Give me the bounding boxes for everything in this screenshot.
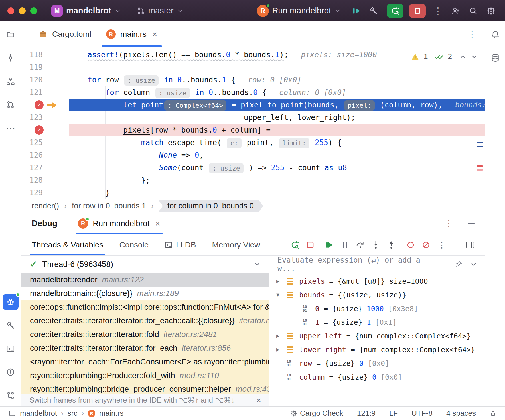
variable-row-lower_right[interactable]: ▸lower_right = {num_complex::Complex<f64…: [269, 343, 485, 356]
debug-session-tab[interactable]: R Run mandelbrot ×: [76, 212, 163, 234]
stop-icon[interactable]: [304, 239, 317, 251]
build-hammer-icon[interactable]: [367, 4, 380, 17]
variable-row-upper_left[interactable]: ▸upper_left = {num_complex::Complex<f64>…: [269, 329, 485, 343]
variable-row-1[interactable]: 10 011 = {usize} 1 [0x1]: [269, 315, 485, 329]
close-tab-icon[interactable]: ×: [152, 29, 157, 39]
editor-gutter[interactable]: 125: [21, 136, 69, 149]
commit-icon[interactable]: [3, 50, 19, 66]
notifications-bell-icon[interactable]: [487, 27, 503, 42]
terminal-tool-window-icon[interactable]: [3, 341, 19, 357]
tab-options-kebab-icon[interactable]: ⋮: [468, 30, 476, 38]
more-options-kebab-icon[interactable]: ⋮: [433, 6, 443, 16]
debug-options-kebab-icon[interactable]: ⋮: [445, 219, 453, 228]
tab-lldb[interactable]: LLDB: [165, 234, 196, 255]
build-tool-window-icon[interactable]: [3, 317, 19, 333]
problems-tool-window-icon[interactable]: [3, 364, 19, 380]
breakpoint-icon[interactable]: ✓: [35, 100, 44, 109]
stack-frame[interactable]: <rayon::iter::for_each::ForEachConsumer<…: [21, 355, 269, 369]
minimize-window-button[interactable]: [19, 7, 26, 14]
code-line-text[interactable]: match escape_time( c: point, limit: 255)…: [69, 136, 485, 149]
search-icon[interactable]: [467, 4, 480, 17]
stack-frame[interactable]: mandelbrot::rendermain.rs:122: [21, 273, 269, 287]
chevron-down-icon[interactable]: [470, 261, 477, 268]
code-line-text[interactable]: [69, 61, 485, 74]
tree-chevron-icon[interactable]: ▸: [276, 332, 287, 340]
caret-position[interactable]: 121:9: [357, 409, 376, 418]
tab-console[interactable]: Console: [119, 234, 149, 255]
run-config-selector[interactable]: R Run mandelbrot: [254, 3, 344, 19]
stack-frame[interactable]: core::iter::traits::iterator::Iterator::…: [21, 328, 269, 341]
code-editor[interactable]: 118assert!(pixels.len() == bounds.0 * bo…: [21, 47, 485, 200]
code-line-text[interactable]: for column : usize in 0..bounds.0 {colum…: [69, 86, 485, 99]
tab-memory-view[interactable]: Memory View: [212, 234, 260, 255]
tab-cargo-toml[interactable]: Cargo.toml: [31, 21, 99, 47]
mute-breakpoints-icon[interactable]: [420, 239, 432, 251]
view-breakpoints-icon[interactable]: [404, 239, 417, 251]
editor-gutter[interactable]: ✓: [21, 124, 69, 136]
variable-row-row[interactable]: 10 01row = {usize} 0 [0x0]: [269, 356, 485, 370]
add-watch-pin-icon[interactable]: [454, 260, 462, 268]
project-widget[interactable]: M mandelbrot: [48, 3, 124, 19]
database-icon[interactable]: [487, 50, 503, 66]
stack-frame[interactable]: core::iter::traits::iterator::Iterator::…: [21, 341, 269, 355]
inspections-widget[interactable]: 1 2: [411, 52, 478, 61]
editor-gutter[interactable]: ✓: [21, 99, 69, 111]
code-line-text[interactable]: let point: Complex<f64> = pixel_to_point…: [69, 99, 485, 111]
tree-chevron-icon[interactable]: ▸: [276, 277, 287, 285]
editor-gutter[interactable]: 126: [21, 149, 69, 161]
editor-gutter[interactable]: 119: [21, 61, 69, 74]
breakpoint-icon[interactable]: ✓: [35, 125, 44, 135]
code-line-text[interactable]: for row : usize in 0..bounds.1 {row: 0 […: [69, 74, 485, 86]
stack-frame[interactable]: core::iter::traits::iterator::Iterator::…: [21, 314, 269, 328]
code-line-text[interactable]: Some(count : usize ) => 255 - count as u…: [69, 161, 485, 174]
zoom-window-button[interactable]: [30, 7, 37, 14]
breadcrumb-file[interactable]: main.rs: [99, 409, 123, 418]
stack-frame[interactable]: rayon::iter::plumbing::Producer::fold_wi…: [21, 369, 269, 382]
pull-requests-icon[interactable]: [3, 97, 19, 113]
step-over-icon[interactable]: [354, 239, 367, 251]
settings-gear-icon[interactable]: [484, 4, 498, 17]
close-window-button[interactable]: [7, 7, 14, 14]
structure-icon[interactable]: [3, 73, 19, 89]
step-out-icon[interactable]: [385, 239, 397, 251]
code-with-me-icon[interactable]: [449, 4, 462, 17]
breadcrumb-item-current[interactable]: for column in 0..bounds.0: [159, 200, 263, 212]
editor-gutter[interactable]: 123: [21, 111, 69, 124]
hide-panel-icon[interactable]: [468, 223, 475, 224]
step-into-icon[interactable]: [370, 239, 382, 251]
stop-button[interactable]: [409, 4, 426, 18]
layout-settings-icon[interactable]: [464, 239, 476, 251]
evaluate-expression-bar[interactable]: Evaluate expression (↵) or add a w...: [269, 256, 485, 273]
debug-tool-window-icon[interactable]: [3, 294, 19, 310]
project-view-folder-icon[interactable]: [3, 27, 19, 42]
editor-gutter[interactable]: 121: [21, 86, 69, 99]
stack-frame[interactable]: mandelbrot::main::{{closure}}main.rs:189: [21, 287, 269, 300]
code-line-text[interactable]: pixels[row * bounds.0 + column] =: [69, 124, 485, 136]
code-line-text[interactable]: };: [69, 174, 485, 186]
code-line-text[interactable]: None => 0,: [69, 149, 485, 161]
branch-widget[interactable]: master: [134, 4, 186, 18]
version-control-icon[interactable]: [3, 387, 19, 403]
chevron-down-icon[interactable]: [471, 53, 478, 60]
editor-gutter[interactable]: 128: [21, 174, 69, 186]
cargo-check-widget[interactable]: Cargo Check: [290, 409, 343, 418]
thread-selector[interactable]: ✓ Thread-6 (5963458): [21, 256, 269, 273]
breadcrumb-item[interactable]: for row in 0..bounds.1: [72, 202, 146, 210]
code-line-text[interactable]: upper_left, lower_right);: [69, 111, 485, 124]
tree-chevron-icon[interactable]: ▾: [276, 291, 287, 299]
pause-icon[interactable]: [339, 239, 351, 251]
rerun-debug-button[interactable]: [387, 4, 403, 18]
stack-frame[interactable]: core::ops::function::impls::<impl core::…: [21, 300, 269, 314]
variable-row-column[interactable]: 10 01column = {usize} 0 [0x0]: [269, 370, 485, 384]
breadcrumb-item[interactable]: render(): [32, 202, 59, 210]
resume-icon[interactable]: [323, 239, 336, 251]
line-separator[interactable]: LF: [389, 409, 398, 418]
editor-gutter[interactable]: 118: [21, 48, 69, 61]
variable-row-bounds[interactable]: ▾bounds = {(usize, usize)}: [269, 288, 485, 302]
tab-threads-variables[interactable]: Threads & Variables: [32, 234, 104, 255]
breadcrumb-src[interactable]: src: [68, 409, 78, 418]
stack-frame[interactable]: rayon::iter::plumbing::bridge_producer_c…: [21, 382, 269, 394]
tab-main-rs[interactable]: R main.rs ×: [99, 21, 165, 47]
variable-row-pixels[interactable]: ▸pixels = {&mut [u8]} size=1000: [269, 274, 485, 288]
rerun-icon[interactable]: [289, 239, 301, 251]
